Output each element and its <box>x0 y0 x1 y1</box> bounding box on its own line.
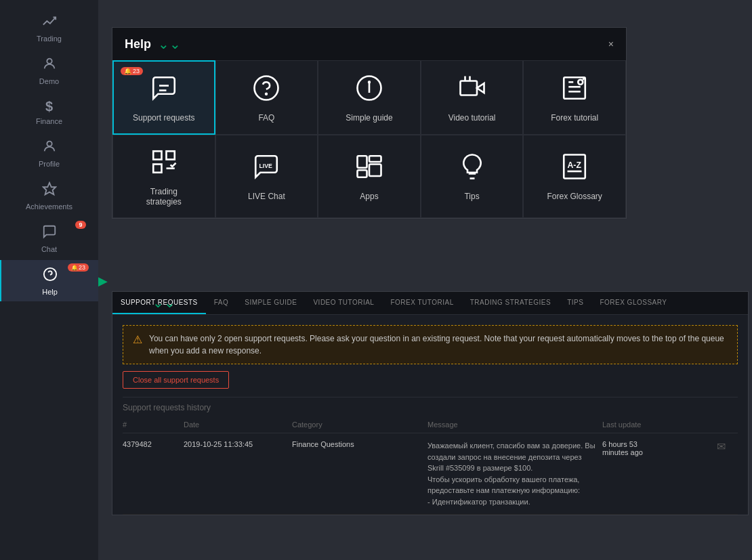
sidebar-item-help[interactable]: 🔔 23 Help ▶ <box>0 260 98 301</box>
alert-box: ⚠ You can have only 2 open support reque… <box>123 325 738 364</box>
row-category: Finance Questions <box>292 440 427 448</box>
tab-tips[interactable]: TIPS <box>559 292 591 314</box>
sidebar: Trading Demo $ Finance Profile Achievem <box>0 0 98 560</box>
sidebar-item-demo[interactable]: Demo <box>0 49 98 91</box>
col-header-date: Date <box>184 421 292 429</box>
grid-item-trading-strategies[interactable]: Tradingstrategies <box>112 135 215 218</box>
demo-icon <box>42 56 57 74</box>
forex-tutorial-label: Forex tutorial <box>551 113 598 124</box>
tips-icon <box>458 152 486 186</box>
table-row[interactable]: 4379482 2019-10-25 11:33:45 Finance Ques… <box>123 433 738 515</box>
history-section: Support requests history # Date Category… <box>123 397 738 515</box>
forex-glossary-icon: A-Z <box>560 152 589 186</box>
svg-marker-2 <box>43 183 55 194</box>
grid-item-tips[interactable]: Tips <box>421 135 524 218</box>
sidebar-item-chat[interactable]: 9 Chat <box>0 217 98 259</box>
alert-icon: ⚠ <box>133 333 142 346</box>
svg-rect-12 <box>460 81 477 95</box>
title-area: Help ⌄⌄ <box>125 36 181 52</box>
row-envelope-icon: ✉ <box>711 440 738 453</box>
alert-text: You can have only 2 open support request… <box>149 332 728 357</box>
support-label: Support requests <box>133 113 194 124</box>
apps-label: Apps <box>360 192 378 202</box>
chevron-bottom-icon: ⌄⌄ <box>152 295 175 311</box>
forex-tutorial-icon <box>560 74 589 108</box>
col-header-last-update: Last update <box>602 421 711 429</box>
video-tutorial-label: Video tutorial <box>448 113 496 124</box>
row-message: Уважаемый клиент, спасибо вам за доверие… <box>427 440 602 507</box>
help-badge: 🔔 23 <box>68 263 89 272</box>
tab-forex-tutorial[interactable]: FOREX TUTORIAL <box>382 292 461 314</box>
col-header-id: # <box>123 421 184 429</box>
tab-trading-strategies[interactable]: TRADING STRATEGIES <box>462 292 559 314</box>
sidebar-item-trading[interactable]: Trading <box>0 7 98 48</box>
table-header: # Date Category Message Last update <box>123 416 738 433</box>
svg-text:A-Z: A-Z <box>568 160 582 170</box>
faq-icon <box>252 74 280 108</box>
tabs-bar: SUPPORT REQUESTS FAQ SIMPLE GUIDE VIDEO … <box>112 292 748 315</box>
svg-point-11 <box>369 81 370 83</box>
svg-point-0 <box>47 59 51 64</box>
tab-simple-guide[interactable]: SIMPLE GUIDE <box>236 292 305 314</box>
grid-item-live-chat[interactable]: LIVE LIVE Chat <box>215 135 318 218</box>
sidebar-label-finance: Finance <box>36 117 62 125</box>
tab-video-tutorial[interactable]: VIDEO TUTORIAL <box>305 292 382 314</box>
grid-item-simple-guide[interactable]: Simple guide <box>318 60 421 135</box>
sidebar-label-chat: Chat <box>41 245 57 253</box>
modal-title: Help <box>125 37 151 51</box>
svg-rect-21 <box>153 164 161 172</box>
svg-point-17 <box>578 80 583 85</box>
grid-item-apps[interactable]: Apps <box>318 135 421 218</box>
video-tutorial-icon <box>458 74 486 108</box>
svg-point-8 <box>266 93 268 95</box>
svg-marker-13 <box>477 83 484 93</box>
sidebar-item-profile[interactable]: Profile <box>0 132 98 173</box>
tab-faq[interactable]: FAQ <box>206 292 237 314</box>
live-chat-label: LIVE Chat <box>248 192 285 202</box>
svg-rect-25 <box>369 156 381 163</box>
col-header-category: Category <box>292 421 427 429</box>
simple-guide-icon <box>355 74 383 108</box>
active-arrow: ▶ <box>98 274 108 288</box>
apps-icon <box>355 152 383 186</box>
modal-grid: 🔔23 Support requests FAQ <box>112 60 626 218</box>
col-header-action <box>711 421 738 429</box>
forex-glossary-label: Forex Glossary <box>547 192 602 202</box>
help-modal: Help ⌄⌄ × 🔔23 Support requests <box>112 27 627 219</box>
modal-header: Help ⌄⌄ × <box>112 28 626 60</box>
svg-rect-27 <box>357 171 367 178</box>
col-header-message: Message <box>427 421 602 429</box>
sidebar-item-finance[interactable]: $ Finance <box>0 92 98 131</box>
modal-chevron-icon: ⌄⌄ <box>158 36 181 52</box>
sidebar-label-profile: Profile <box>39 160 60 168</box>
grid-item-faq[interactable]: FAQ <box>215 60 318 135</box>
svg-rect-20 <box>166 151 174 159</box>
trading-strategies-icon <box>150 148 178 181</box>
sidebar-label-achievements: Achievements <box>26 202 72 211</box>
svg-point-1 <box>47 142 51 146</box>
sidebar-item-achievements[interactable]: Achievements <box>0 175 98 216</box>
tips-label: Tips <box>464 192 479 202</box>
grid-item-forex-glossary[interactable]: A-Z Forex Glossary <box>523 135 626 218</box>
profile-icon <box>42 139 57 157</box>
sidebar-label-demo: Demo <box>39 77 59 85</box>
help-icon <box>43 267 58 285</box>
live-chat-icon: LIVE <box>252 152 280 186</box>
svg-rect-19 <box>153 151 161 159</box>
grid-item-video-tutorial[interactable]: Video tutorial <box>421 60 524 135</box>
faq-label: FAQ <box>258 113 274 124</box>
close-requests-button[interactable]: Close all support requests <box>123 371 229 389</box>
modal-close-button[interactable]: × <box>608 39 614 49</box>
trading-icon <box>42 14 57 32</box>
chat-badge: 9 <box>75 221 86 229</box>
sidebar-label-help: Help <box>42 288 58 296</box>
achievements-icon <box>42 181 57 200</box>
grid-item-forex-tutorial[interactable]: Forex tutorial <box>523 60 626 135</box>
bottom-panel: SUPPORT REQUESTS FAQ SIMPLE GUIDE VIDEO … <box>112 291 749 515</box>
support-badge: 🔔23 <box>121 67 143 75</box>
trading-strategies-label: Tradingstrategies <box>146 187 182 208</box>
history-title: Support requests history <box>123 397 738 416</box>
grid-item-support[interactable]: 🔔23 Support requests <box>112 60 215 135</box>
svg-rect-26 <box>369 165 381 177</box>
tab-forex-glossary[interactable]: FOREX GLOSSARY <box>591 292 675 314</box>
